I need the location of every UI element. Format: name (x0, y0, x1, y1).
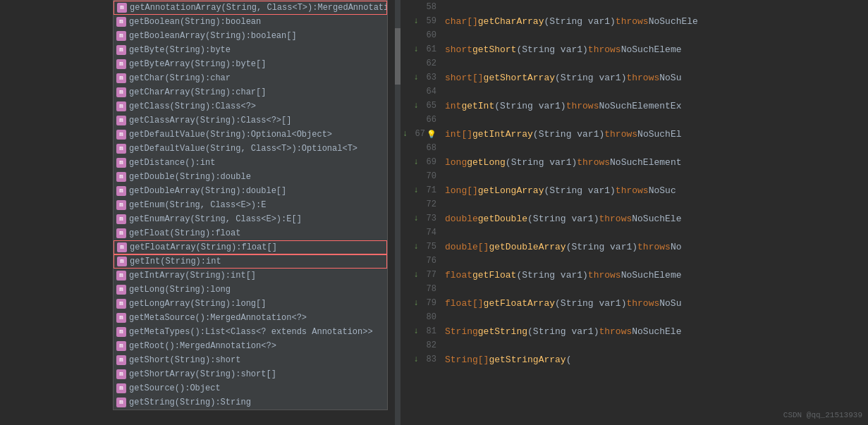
autocomplete-item[interactable]: mgetSource():Object (114, 381, 387, 395)
code-line: int getInt(String var1) throws NoSuchEle… (445, 99, 862, 113)
method-icon: m (116, 341, 126, 351)
method-text: getEnumArray(String, Class<E>):E[] (129, 214, 302, 224)
line-number-row: ↓63 (401, 70, 439, 85)
method-text: getCharArray(String):char[] (129, 87, 266, 97)
method-icon: m (116, 144, 126, 154)
arrow-down-icon: ↓ (411, 242, 421, 252)
autocomplete-item[interactable]: mgetEnum(String, Class<E>):E (114, 198, 387, 212)
autocomplete-item[interactable]: mgetShortArray(String):short[] (114, 367, 387, 381)
autocomplete-item[interactable]: mgetChar(String):char (114, 71, 387, 85)
code-line (445, 56, 862, 70)
autocomplete-item[interactable]: mgetDefaultValue(String, Class<T>):Optio… (114, 142, 387, 156)
method-icon: m (116, 398, 126, 407)
method-text: getByte(String):byte (129, 45, 231, 55)
autocomplete-item[interactable]: mgetMetaTypes():List<Class<? extends Ann… (114, 325, 387, 339)
autocomplete-item[interactable]: mgetDouble(String):double (114, 170, 387, 184)
autocomplete-item[interactable]: mgetShort(String):short (114, 353, 387, 367)
line-number-row: 60 (401, 28, 439, 42)
arrow-down-icon: ↓ (411, 16, 421, 26)
autocomplete-item[interactable]: mgetBoolean(String):boolean (114, 15, 387, 29)
autocomplete-item[interactable]: mgetClassArray(String):Class<?>[] (114, 113, 387, 128)
code-line (445, 85, 862, 99)
method-icon: m (116, 186, 126, 196)
method-text: getDefaultValue(String, Class<T>):Option… (129, 144, 357, 154)
autocomplete-item[interactable]: mgetRoot():MergedAnnotation<?> (114, 339, 387, 353)
method-icon: m (116, 59, 126, 69)
code-line: float[] getFloatArray(String var1) throw… (445, 296, 862, 310)
method-icon: m (116, 130, 126, 140)
bulb-icon[interactable]: 💡 (427, 130, 436, 139)
line-number: 58 (422, 2, 436, 12)
method-icon: m (116, 299, 126, 309)
code-line (445, 254, 862, 268)
method-icon: m (116, 116, 126, 125)
arrow-down-icon: ↓ (411, 270, 421, 280)
method-text: getFloat(String):float (129, 228, 240, 238)
scrollbar-thumb[interactable] (395, 28, 401, 85)
line-number-row: ↓59 (401, 14, 439, 28)
autocomplete-item[interactable]: mgetString(String):String (114, 395, 387, 409)
line-number-row: ↓67💡 (401, 127, 439, 141)
autocomplete-item[interactable]: mgetInt(String):int (114, 254, 387, 269)
line-number: 60 (422, 30, 436, 40)
autocomplete-item[interactable]: mgetFloat(String):float (114, 226, 387, 240)
arrow-down-icon: ↓ (411, 214, 421, 223)
autocomplete-item[interactable]: mgetFloatArray(String):float[] (114, 240, 387, 254)
method-text: getDefaultValue(String):Optional<Object> (129, 130, 332, 140)
line-number-row: ↓65 (401, 99, 439, 113)
autocomplete-item[interactable]: mgetLong(String):long (114, 283, 387, 297)
autocomplete-item[interactable]: mgetClass(String):Class<?> (114, 99, 387, 113)
code-line (445, 226, 862, 240)
line-number-row: ↓73 (401, 211, 439, 226)
autocomplete-item[interactable]: mgetBooleanArray(String):boolean[] (114, 29, 387, 43)
autocomplete-item[interactable]: mgetCharArray(String):char[] (114, 85, 387, 99)
method-icon: m (116, 101, 126, 111)
arrow-down-icon: ↓ (411, 185, 421, 195)
method-text: getIntArray(String):int[] (129, 271, 256, 281)
method-icon: m (116, 355, 126, 365)
scrollbar[interactable] (395, 0, 401, 425)
empty-indicator (411, 284, 421, 294)
line-number-row: 78 (401, 282, 439, 296)
line-number: 76 (422, 256, 436, 266)
autocomplete-item[interactable]: mgetDefaultValue(String):Optional<Object… (114, 128, 387, 142)
code-line: long[] getLongArray(String var1) throws … (445, 183, 862, 197)
method-text: getInt(String):int (130, 257, 221, 266)
method-text: getByteArray(String):byte[] (129, 59, 266, 69)
code-line: double getDouble(String var1) throws NoS… (445, 211, 862, 226)
code-line (445, 113, 862, 127)
autocomplete-item[interactable]: mgetDoubleArray(String):double[] (114, 184, 387, 198)
code-line (445, 141, 862, 155)
method-icon: m (116, 158, 126, 168)
autocomplete-item[interactable]: mgetIntArray(String):int[] (114, 269, 387, 283)
arrow-down-icon: ↓ (411, 101, 421, 111)
empty-indicator (411, 58, 421, 68)
arrow-down-icon: ↓ (411, 44, 421, 54)
line-number: 64 (422, 87, 436, 97)
autocomplete-item[interactable]: mgetLongArray(String):long[] (114, 297, 387, 311)
line-number: 61 (422, 44, 436, 54)
line-number: 72 (422, 199, 436, 209)
arrow-down-icon: ↓ (401, 129, 410, 139)
method-text: getDistance():int (129, 158, 215, 168)
method-icon: m (116, 31, 126, 41)
method-text: getFloatArray(String):float[] (130, 242, 277, 252)
autocomplete-item[interactable]: mgetDistance():int (114, 156, 387, 170)
line-number: 69 (422, 157, 436, 167)
line-number-row: ↓61 (401, 42, 439, 56)
method-icon: m (116, 45, 126, 55)
line-number-row: ↓77 (401, 268, 439, 282)
autocomplete-list[interactable]: mgetAnnotationArray(String, Class<T>):Me… (113, 0, 388, 410)
method-icon: m (116, 327, 126, 337)
line-number-row: 62 (401, 56, 439, 70)
right-panel: 58↓5960↓6162↓6364↓6566↓67💡68↓6970↓7172↓7… (395, 0, 868, 425)
autocomplete-item[interactable]: mgetByteArray(String):byte[] (114, 57, 387, 71)
line-number-row: 70 (401, 169, 439, 183)
method-text: getClass(String):Class<?> (129, 101, 256, 111)
empty-indicator (411, 256, 421, 266)
autocomplete-item[interactable]: mgetAnnotationArray(String, Class<T>):Me… (114, 1, 387, 15)
autocomplete-item[interactable]: mgetMetaSource():MergedAnnotation<?> (114, 311, 387, 325)
autocomplete-item[interactable]: mgetByte(String):byte (114, 43, 387, 57)
code-line (445, 169, 862, 183)
autocomplete-item[interactable]: mgetEnumArray(String, Class<E>):E[] (114, 212, 387, 226)
